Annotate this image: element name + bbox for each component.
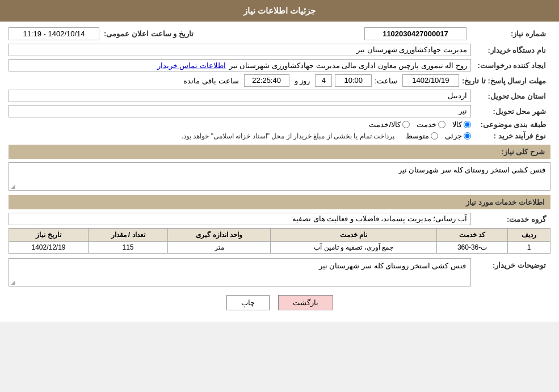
service-section-title: اطلاعات خدمات مورد نیاز	[466, 198, 545, 206]
buyer-desc-value: فنس کشی استخر روستای کله سر شهرستان نیر	[9, 258, 471, 286]
description-value: فنس کشی استخر روستای کله سر شهرستان نیر	[9, 162, 550, 191]
deadline-time: 10:00	[335, 74, 372, 87]
col-service-name: نام خدمت	[271, 229, 437, 242]
back-button[interactable]: بازگشت	[278, 295, 333, 310]
col-date: تاریخ نیاز	[9, 229, 89, 242]
city-label: شهر محل تحویل:	[471, 107, 550, 116]
category-both-label: کالا/خدمت	[369, 120, 401, 129]
purchase-partial-radio[interactable]	[464, 132, 471, 140]
service-group-row: گروه خدمت: آب رسانی؛ مدیریت پسماند، فاضل…	[9, 213, 550, 225]
remaining-value: 22:25:40	[244, 74, 289, 87]
province-value: اردبیل	[9, 90, 471, 102]
buyer-desc-label: توضیحات خریدار:	[471, 258, 550, 269]
category-khedmat-label: خدمت	[417, 120, 436, 129]
service-table-head: ردیف کد خدمت نام خدمت واحد اندازه گیری ت…	[9, 229, 550, 242]
service-table-body: 1 ت-36-360 جمع آوری، تصفیه و تامین آب مت…	[9, 242, 550, 254]
cell-unit: متر	[167, 242, 270, 254]
service-section-header: اطلاعات خدمات مورد نیاز	[9, 195, 550, 209]
deadline-label: مهلت ارسال پاسخ: تا تاریخ:	[462, 77, 550, 85]
service-table: ردیف کد خدمت نام خدمت واحد اندازه گیری ت…	[9, 228, 550, 254]
category-both-item: کالا/خدمت	[369, 120, 410, 129]
requester-text: روح اله تیموری پارچین معاون اداری مالی م…	[229, 61, 467, 70]
col-unit: واحد اندازه گیری	[167, 229, 270, 242]
description-section-title: شرح کلی نیاز:	[501, 147, 545, 156]
buyer-name-value: مدیریت جهادکشاورزی شهرستان نیر	[9, 44, 471, 56]
deadline-day: 4	[315, 74, 332, 87]
requester-label: ایجاد کننده درخواست:	[471, 61, 550, 70]
col-row-num: ردیف	[508, 229, 550, 242]
category-radio-group: کالا خدمت کالا/خدمت	[369, 120, 471, 129]
city-row: شهر محل تحویل: نیر	[9, 105, 550, 117]
category-row: طبقه بندی موضوعی: کالا خدمت کالا/خدمت	[9, 120, 550, 129]
category-kala-radio[interactable]	[464, 121, 471, 128]
buyer-name-label: نام دستگاه خریدار:	[471, 46, 550, 54]
category-kala-label: کالا	[452, 120, 462, 129]
main-content: شماره نیاز: 1102030427000017 تاریخ و ساع…	[0, 22, 559, 322]
cell-row-num: 1	[508, 242, 550, 254]
category-label: طبقه بندی موضوعی:	[471, 120, 550, 129]
contact-info-link[interactable]: اطلاعات تماس خریدار	[157, 61, 226, 70]
buyer-desc-row: توضیحات خریدار: فنس کشی استخر روستای کله…	[9, 258, 550, 286]
description-corner: ◢	[11, 183, 15, 189]
buyer-name-row: نام دستگاه خریدار: مدیریت جهادکشاورزی شه…	[9, 44, 550, 56]
description-section-header: شرح کلی نیاز:	[9, 145, 550, 159]
announce-row: شماره نیاز: 1102030427000017 تاریخ و ساع…	[9, 27, 550, 40]
cell-quantity: 115	[89, 242, 168, 254]
buyer-desc-corner: ◢	[11, 279, 15, 285]
requester-value: روح اله تیموری پارچین معاون اداری مالی م…	[9, 59, 471, 71]
purchase-medium-item: متوسط	[406, 132, 438, 140]
cell-service-name: جمع آوری، تصفیه و تامین آب	[271, 242, 437, 254]
cell-date: 1402/12/19	[9, 242, 89, 254]
city-value: نیر	[9, 105, 471, 117]
purchase-type-row: نوع فرآیند خرید : جزئی متوسط پرداخت تمام…	[9, 132, 550, 140]
remaining-label: ساعت باقی مانده	[183, 77, 238, 85]
print-button[interactable]: چاپ	[226, 295, 270, 310]
description-wrapper: فنس کشی استخر روستای کله سر شهرستان نیر …	[9, 162, 550, 191]
deadline-time-label: ساعت:	[375, 77, 397, 85]
page-wrapper: جزئیات اطلاعات نیاز شماره نیاز: 11020304…	[0, 0, 559, 322]
announce-date-value: 1402/10/14 - 11:19	[9, 27, 99, 40]
province-row: استان محل تحویل: اردبیل	[9, 90, 550, 102]
province-label: استان محل تحویل:	[471, 92, 550, 100]
purchase-radio-group: جزئی متوسط	[406, 132, 471, 140]
col-quantity: تعداد / مقدار	[89, 229, 168, 242]
category-kala-item: کالا	[452, 120, 471, 129]
deadline-row: مهلت ارسال پاسخ: تا تاریخ: 1402/10/19 سا…	[9, 74, 550, 87]
requester-row: ایجاد کننده درخواست: روح اله تیموری پارچ…	[9, 59, 550, 71]
purchase-type-content: جزئی متوسط پرداخت تمام یا بخشی از مبلغ خ…	[9, 132, 471, 140]
deadline-date: 1402/10/19	[402, 74, 459, 87]
buyer-desc-wrapper: فنس کشی استخر روستای کله سر شهرستان نیر …	[9, 258, 471, 286]
button-row: بازگشت چاپ	[9, 295, 550, 310]
purchase-partial-label: جزئی	[445, 132, 462, 140]
category-both-radio[interactable]	[402, 121, 410, 128]
announce-date-label: تاریخ و ساعت اعلان عمومی:	[104, 29, 194, 38]
table-row: 1 ت-36-360 جمع آوری، تصفیه و تامین آب مت…	[9, 242, 550, 254]
service-group-label: گروه خدمت:	[471, 215, 550, 224]
need-number-value: 1102030427000017	[364, 27, 466, 40]
category-khedmat-item: خدمت	[417, 120, 445, 129]
page-title: جزئیات اطلاعات نیاز	[243, 6, 316, 15]
service-table-header-row: ردیف کد خدمت نام خدمت واحد اندازه گیری ت…	[9, 229, 550, 242]
purchase-medium-label: متوسط	[406, 132, 429, 140]
purchase-medium-radio[interactable]	[431, 132, 438, 140]
purchase-type-label: نوع فرآیند خرید :	[471, 132, 550, 140]
page-header: جزئیات اطلاعات نیاز	[0, 0, 559, 22]
deadline-day-label: روز و	[295, 77, 310, 85]
col-service-code: کد خدمت	[436, 229, 507, 242]
service-group-value: آب رسانی؛ مدیریت پسماند، فاضلاب و فعالیت…	[9, 213, 471, 225]
cell-service-code: ت-36-360	[436, 242, 507, 254]
purchase-note: پرداخت تمام یا بخشی از مبلغ خریدار از مح…	[182, 132, 394, 140]
category-khedmat-radio[interactable]	[438, 121, 445, 128]
purchase-partial-item: جزئی	[445, 132, 471, 140]
need-number-label: شماره نیاز:	[471, 29, 550, 38]
